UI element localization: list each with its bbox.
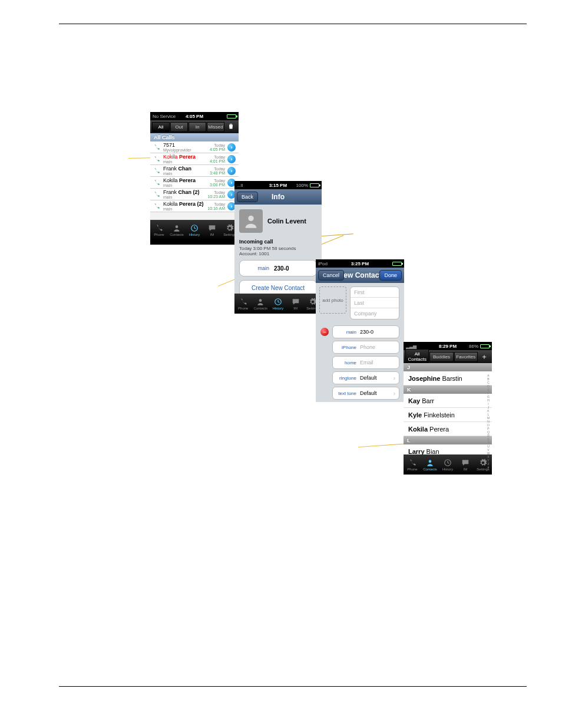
first-field[interactable]: First: [351, 287, 399, 298]
chevron-right-icon: ›: [394, 375, 395, 381]
field-row-text tone[interactable]: text toneDefault›: [320, 387, 399, 400]
index-bar[interactable]: ABCDEFGHIJKLMNOPQRSTUVWXYZ#: [485, 374, 491, 454]
clock-label: 3:25 PM: [316, 261, 404, 266]
tab-history[interactable]: History: [439, 454, 457, 475]
contacts-list[interactable]: JJosephine BarstinKKay BarrKyle Finkelst…: [404, 363, 492, 454]
tab-history[interactable]: History: [186, 220, 203, 240]
trash-icon[interactable]: [225, 123, 237, 131]
contact-last: Bian: [427, 448, 439, 455]
navbar: Cancel New Contact Done: [316, 268, 404, 283]
page-bottom-rule: [59, 686, 527, 687]
action-group: Create New Contact Add to Existing Conta…: [239, 280, 317, 294]
cancel-button[interactable]: Cancel: [318, 270, 344, 281]
tab-contacts[interactable]: Contacts: [168, 220, 186, 240]
call-direction-icon: [153, 203, 160, 210]
statusbar: ...ll 3:15 PM 100%: [234, 181, 322, 189]
call-row[interactable]: Frank Chan (2)mainToday10:23 AM›: [150, 189, 239, 200]
call-timestamp: Today10:23 AM: [207, 190, 225, 199]
seg-missed[interactable]: Missed: [207, 122, 224, 132]
field-row-main[interactable]: −main230-0: [320, 325, 399, 338]
call-row[interactable]: Kokila Perera (2)mainToday10:16 AM›: [150, 200, 239, 212]
seg-favorites[interactable]: Favorites: [454, 352, 478, 362]
call-timestamp: Today4:05 PM: [210, 143, 225, 151]
im-icon: [290, 298, 301, 306]
tab-im[interactable]: IM: [203, 220, 221, 240]
last-field[interactable]: Last: [351, 298, 399, 308]
create-new-contact-button[interactable]: Create New Contact: [240, 281, 316, 294]
contact-row[interactable]: Kyle Finkelstein: [404, 408, 492, 422]
contact-last: Barstin: [442, 375, 462, 382]
contact-last: Barr: [422, 397, 434, 404]
contact-first: Kyle: [408, 411, 422, 419]
number-group[interactable]: main 230-0: [239, 260, 317, 276]
call-sub: main: [163, 207, 207, 211]
seg-all-contacts[interactable]: All Contacts: [405, 349, 429, 364]
account-label: Account: 1001: [234, 251, 322, 256]
index-#[interactable]: #: [485, 466, 491, 469]
done-button[interactable]: Done: [379, 270, 402, 281]
seg-all[interactable]: All: [152, 122, 170, 132]
field-row-home[interactable]: homeEmail: [320, 356, 399, 369]
row-label: text tone: [336, 391, 360, 396]
row-label: ringtone: [336, 375, 360, 381]
delete-badge-icon[interactable]: −: [320, 328, 329, 336]
tab-label: Contacts: [254, 307, 268, 310]
tab-label: IM: [464, 467, 468, 471]
name-header: add photo First Last Company: [316, 283, 404, 323]
section-header-J: J: [404, 363, 492, 371]
call-timestamp: Today10:16 AM: [207, 202, 225, 210]
tab-label: History: [189, 233, 200, 236]
call-info-button[interactable]: ›: [227, 167, 236, 175]
call-direction-icon: [153, 156, 160, 163]
seg-buddies[interactable]: Buddies: [429, 352, 453, 362]
call-row[interactable]: 7571 MyvoipproviderToday4:05 PM›: [150, 141, 239, 153]
contact-row[interactable]: Larry Bian: [404, 444, 492, 454]
add-contact-button[interactable]: ＋: [478, 352, 490, 362]
tab-label: Phone: [154, 233, 164, 236]
contact-row[interactable]: Kay Barr: [404, 394, 492, 408]
contacts-icon: [425, 459, 435, 467]
contacts-icon: [171, 224, 182, 232]
field-row-iPhone[interactable]: iPhonePhone: [320, 341, 399, 354]
tab-label: History: [442, 467, 454, 471]
tab-phone[interactable]: Phone: [404, 454, 421, 475]
company-field[interactable]: Company: [351, 308, 399, 319]
tab-history[interactable]: History: [269, 294, 287, 314]
call-row[interactable]: Frank ChanmainToday3:48 PM›: [150, 165, 239, 177]
call-name: Kokila Perera: [163, 177, 210, 183]
filter-segments: All Out In Missed: [150, 120, 239, 133]
call-row[interactable]: Kokila PereramainToday3:08 PM›: [150, 177, 239, 189]
tab-phone[interactable]: Phone: [234, 294, 252, 314]
tab-phone[interactable]: Phone: [150, 220, 168, 240]
phone-icon: [238, 298, 249, 306]
call-sub: Myvoipprovider: [163, 148, 210, 152]
phone-call-info: ...ll 3:15 PM 100% Back Info Colin Leven…: [234, 181, 322, 314]
contact-row[interactable]: Kokila Perera: [404, 422, 492, 436]
add-photo-button[interactable]: add photo: [319, 286, 346, 314]
tab-im[interactable]: IM: [287, 294, 305, 314]
tab-im[interactable]: IM: [457, 454, 474, 475]
contact-name: Colin Levent: [267, 218, 306, 225]
field-label-main: main: [244, 265, 274, 271]
tab-contacts[interactable]: Contacts: [421, 454, 439, 475]
tab-label: IM: [210, 233, 214, 236]
contact-row[interactable]: Josephine Barstin: [404, 371, 492, 386]
battery-icon: [310, 183, 319, 187]
call-list[interactable]: 7571 MyvoipproviderToday4:05 PM›Kokila P…: [150, 141, 239, 220]
field-value-main: 230-0: [274, 265, 289, 272]
tab-label: Contacts: [170, 233, 184, 236]
call-info-button[interactable]: ›: [227, 155, 236, 163]
tab-contacts[interactable]: Contacts: [252, 294, 270, 314]
seg-out[interactable]: Out: [170, 122, 188, 132]
contact-last: Finkelstein: [424, 411, 455, 419]
row-label: home: [336, 360, 360, 365]
field-row-ringtone[interactable]: ringtoneDefault›: [320, 371, 399, 384]
battery-icon: [480, 344, 490, 348]
seg-in[interactable]: In: [189, 122, 206, 132]
tab-bar: PhoneContactsHistoryIMSettings: [404, 454, 492, 475]
call-info-button[interactable]: ›: [227, 143, 236, 151]
call-row[interactable]: Kokila PereramainToday4:01 PM›: [150, 153, 239, 165]
svg-point-0: [176, 225, 178, 228]
phone-new-contact: iPod 3:25 PM Cancel New Contact Done add…: [316, 259, 404, 402]
back-button[interactable]: Back: [237, 192, 258, 202]
